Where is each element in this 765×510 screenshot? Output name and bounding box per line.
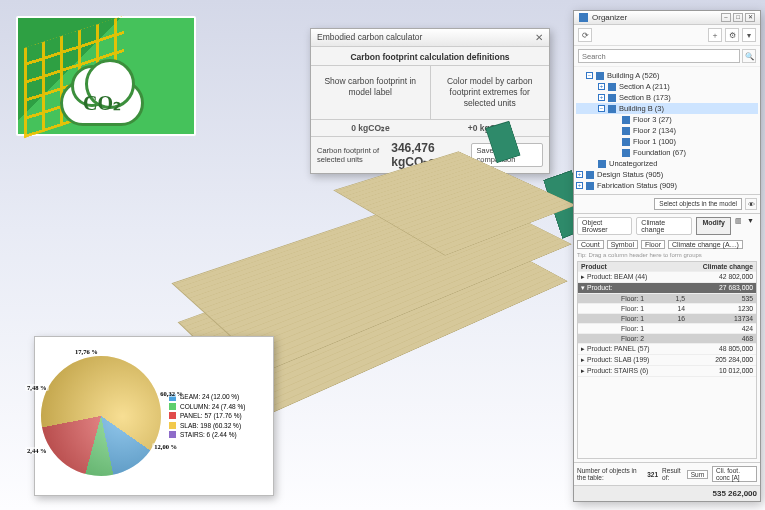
window-titlebar[interactable]: Embodied carbon calculator ✕ — [311, 29, 549, 47]
pie-label: 7,48 % — [25, 384, 49, 391]
tree-node[interactable]: +Section B (173) — [576, 92, 758, 103]
table-row[interactable]: Floor: 2468 — [578, 334, 756, 344]
table-row[interactable]: Floor: 1424 — [578, 324, 756, 334]
tree-node[interactable]: Floor 3 (27) — [576, 114, 758, 125]
pie-label: 60,32 % — [158, 390, 185, 397]
show-footprint-button[interactable]: Show carbon footprint in model label — [311, 66, 431, 119]
color-model-button[interactable]: Color model by carbon footprint extremes… — [431, 66, 550, 119]
tree-node[interactable]: +Section A (211) — [576, 81, 758, 92]
group-tip: Tip: Drag a column header here to form g… — [577, 251, 757, 261]
tree-node[interactable]: Foundation (67) — [576, 147, 758, 158]
result-select[interactable]: Sum — [687, 470, 708, 479]
legend-item: SLAB: 198 (60.32 %) — [169, 421, 245, 430]
group-symbol[interactable]: Symbol — [607, 240, 638, 249]
maximize-icon[interactable]: □ — [733, 13, 743, 22]
tree-node[interactable]: −Building B (3) — [576, 103, 758, 114]
group-climate[interactable]: Climate change (A…) — [668, 240, 743, 249]
tree-node[interactable]: −Building A (526) — [576, 70, 758, 81]
unit-select[interactable]: Cli. foot. conc [A] — [712, 466, 757, 482]
legend-item: PANEL: 57 (17.76 %) — [169, 411, 245, 420]
group-floor[interactable]: Floor — [641, 240, 665, 249]
minimize-icon[interactable]: – — [721, 13, 731, 22]
table-row[interactable]: ▸ Product: BEAM (44)42 802,000 — [578, 272, 756, 283]
organizer-title: Organizer — [592, 13, 627, 22]
close-icon[interactable]: ✕ — [745, 13, 755, 22]
table-row[interactable]: ▸ Product: SLAB (199)205 284,000 — [578, 355, 756, 366]
table-row[interactable]: Floor: 11613734 — [578, 314, 756, 324]
pie-label: 12,00 % — [152, 443, 179, 450]
chart-icon[interactable]: ▥ — [735, 217, 745, 227]
organizer-panel: Organizer – □ ✕ ⟳ ＋ ⚙ ▾ 🔍 −Building A (5… — [573, 10, 761, 502]
tree-node[interactable]: Floor 1 (100) — [576, 136, 758, 147]
tab-climate-change[interactable]: Climate change — [636, 217, 692, 235]
category-tree: −Building A (526)+Section A (211)+Sectio… — [574, 67, 760, 194]
logo-text: CO₂ — [63, 93, 141, 113]
pie-legend: BEAM: 24 (12.00 %)COLUMN: 24 (7.48 %)PAN… — [169, 392, 245, 439]
gear-icon[interactable]: ⚙ — [725, 28, 739, 42]
object-count-label: Number of objects in the table: — [577, 467, 643, 481]
window-title: Embodied carbon calculator — [317, 32, 422, 43]
table-row[interactable]: ▸ Product: PANEL (57)48 805,000 — [578, 344, 756, 355]
tree-node[interactable]: +Fabrication Status (909) — [576, 180, 758, 191]
eye-icon[interactable]: 👁 — [745, 198, 757, 210]
pie-label: 17,76 % — [73, 348, 100, 355]
tree-node[interactable]: +Design Status (905) — [576, 169, 758, 180]
organizer-toolbar: ⟳ ＋ ⚙ ▾ — [574, 25, 760, 46]
legend-item: STAIRS: 6 (2.44 %) — [169, 430, 245, 439]
co2-logo: CO₂ — [16, 16, 196, 136]
pie-chart-panel: 7,48 % 17,76 % 60,32 % 12,00 % 2,44 % BE… — [34, 336, 274, 496]
table-row[interactable]: Floor: 1141230 — [578, 304, 756, 314]
chevron-down-icon[interactable]: ▾ — [742, 28, 756, 42]
cube-icon — [579, 13, 588, 22]
legend-item: COLUMN: 24 (7.48 %) — [169, 402, 245, 411]
tree-node[interactable]: Uncategorized — [576, 158, 758, 169]
sync-icon[interactable]: ⟳ — [578, 28, 592, 42]
tree-node[interactable]: Floor 2 (134) — [576, 125, 758, 136]
organizer-titlebar[interactable]: Organizer – □ ✕ — [574, 11, 760, 25]
table-row[interactable]: ▸ Product: STAIRS (6)10 012,000 — [578, 366, 756, 377]
tab-object-browser[interactable]: Object Browser — [577, 217, 632, 235]
pie-chart — [17, 332, 184, 499]
table-row[interactable]: Floor: 11,5535 — [578, 294, 756, 304]
footprint-label: Carbon footprint of selected units — [317, 146, 387, 164]
object-count: 321 — [647, 471, 658, 478]
modify-button[interactable]: Modify — [696, 217, 731, 235]
search-icon[interactable]: 🔍 — [742, 49, 756, 63]
total-value: 535 262,000 — [574, 485, 760, 501]
plus-icon[interactable]: ＋ — [708, 28, 722, 42]
result-label: Result of: — [662, 467, 683, 481]
expand-icon[interactable]: ▼ — [747, 217, 757, 227]
calc-subtitle: Carbon footprint calculation definitions — [311, 47, 549, 65]
value-current: 0 kgCO₂e — [311, 120, 430, 136]
select-objects-button[interactable]: Select objects in the model — [654, 198, 742, 210]
close-icon[interactable]: ✕ — [535, 32, 543, 43]
search-input[interactable] — [578, 49, 740, 63]
group-count[interactable]: Count — [577, 240, 604, 249]
table-row[interactable]: ▾ Product:27 683,000 — [578, 283, 756, 294]
product-table: ProductClimate change▸ Product: BEAM (44… — [577, 261, 757, 459]
pie-label: 2,44 % — [25, 447, 49, 454]
